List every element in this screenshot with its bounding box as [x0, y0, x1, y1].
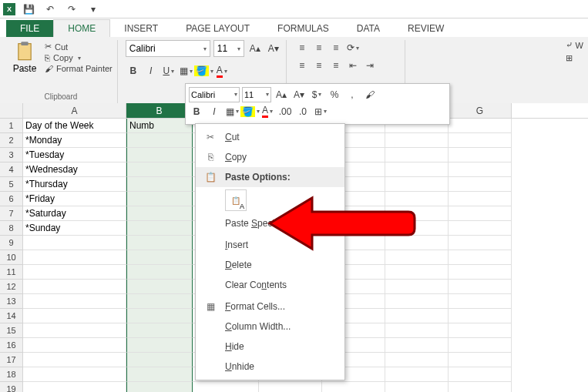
cell-F4[interactable] — [385, 162, 449, 177]
cell-B10[interactable] — [126, 250, 193, 265]
cell-B2[interactable] — [126, 133, 193, 148]
format-painter-button[interactable]: 🖌Format Painter — [45, 64, 113, 73]
row-header-9[interactable]: 9 — [0, 236, 23, 250]
row-header-14[interactable]: 14 — [0, 309, 23, 323]
cell-A14[interactable] — [23, 309, 126, 323]
cell-F6[interactable] — [385, 192, 449, 206]
cell-A19[interactable] — [23, 382, 126, 392]
cell-A10[interactable] — [23, 250, 126, 265]
cell-B12[interactable] — [126, 280, 193, 294]
ctx-insert[interactable]: Insert — [196, 235, 344, 255]
undo-button[interactable]: ↶ — [42, 2, 59, 17]
ctx-cut[interactable]: ✂Cut — [196, 127, 344, 147]
cell-A6[interactable]: *Friday — [23, 192, 126, 206]
cell-B19[interactable] — [126, 382, 193, 392]
mini-merge-button[interactable]: ⊞▾ — [313, 104, 328, 119]
italic-button[interactable]: I — [143, 63, 159, 79]
mini-bold-button[interactable]: B — [189, 104, 204, 119]
cell-B17[interactable] — [126, 353, 193, 367]
qat-customize-button[interactable]: ▾ — [85, 2, 102, 17]
cell-B3[interactable] — [126, 148, 193, 162]
row-header-12[interactable]: 12 — [0, 280, 23, 294]
cell-G17[interactable] — [449, 353, 512, 367]
mini-grow-font-button[interactable]: A▴ — [274, 87, 289, 102]
cell-A1[interactable]: Day of the Week — [23, 119, 126, 133]
row-header-4[interactable]: 4 — [0, 162, 23, 177]
cell-F2[interactable] — [385, 133, 449, 148]
ctx-clear-contents[interactable]: Clear Contents — [196, 275, 344, 295]
cell-G14[interactable] — [449, 309, 512, 323]
cell-A15[interactable] — [23, 323, 126, 338]
align-center-button[interactable]: ≡ — [311, 58, 327, 73]
ctx-format-cells[interactable]: ▦Format Cells... — [196, 297, 344, 317]
cell-A9[interactable] — [23, 236, 126, 250]
cell-G19[interactable] — [449, 382, 512, 392]
mini-percent-button[interactable]: % — [327, 87, 342, 102]
cell-G6[interactable] — [449, 192, 512, 206]
tab-page-layout[interactable]: PAGE LAYOUT — [172, 20, 264, 37]
cell-G11[interactable] — [449, 265, 512, 280]
select-all-corner[interactable] — [0, 103, 23, 118]
row-header-6[interactable]: 6 — [0, 192, 23, 206]
column-header-B[interactable]: B — [126, 103, 193, 118]
copy-button[interactable]: ⎘Copy▾ — [45, 53, 113, 62]
align-bottom-button[interactable]: ≡ — [328, 40, 344, 55]
cell-G1[interactable] — [449, 119, 512, 133]
cell-F5[interactable] — [385, 177, 449, 192]
cell-A18[interactable] — [23, 367, 126, 382]
cell-F7[interactable] — [385, 206, 449, 221]
row-header-17[interactable]: 17 — [0, 353, 23, 367]
cell-B18[interactable] — [126, 367, 193, 382]
orientation-button[interactable]: ⟳▾ — [345, 40, 361, 55]
cell-F17[interactable] — [385, 353, 449, 367]
cell-B16[interactable] — [126, 338, 193, 353]
underline-button[interactable]: U▾ — [161, 63, 176, 79]
cell-B6[interactable] — [126, 192, 193, 206]
shrink-font-button[interactable]: A▾ — [266, 41, 281, 56]
fill-color-button[interactable]: 🪣▾ — [197, 63, 212, 79]
row-header-10[interactable]: 10 — [0, 250, 23, 265]
mini-font-size-select[interactable]: 11▾ — [242, 87, 271, 102]
column-header-G[interactable]: G — [449, 103, 512, 118]
font-name-select[interactable]: Calibri▾ — [126, 40, 210, 57]
borders-button[interactable]: ▦▾ — [179, 63, 194, 79]
cell-G5[interactable] — [449, 177, 512, 192]
cell-F10[interactable] — [385, 250, 449, 265]
mini-font-color-button[interactable]: A▾ — [260, 104, 275, 119]
mini-italic-button[interactable]: I — [207, 104, 222, 119]
ctx-paste-default[interactable]: 📋A — [225, 189, 247, 211]
tab-data[interactable]: DATA — [343, 20, 394, 37]
cell-A3[interactable]: *Tuesday — [23, 148, 126, 162]
cell-F8[interactable] — [385, 221, 449, 236]
cell-A5[interactable]: *Thursday — [23, 177, 126, 192]
cell-B5[interactable] — [126, 177, 193, 192]
cell-B4[interactable] — [126, 162, 193, 177]
cell-G18[interactable] — [449, 367, 512, 382]
cell-F9[interactable] — [385, 236, 449, 250]
cell-B11[interactable] — [126, 265, 193, 280]
mini-currency-button[interactable]: $▾ — [309, 87, 324, 102]
cell-B15[interactable] — [126, 323, 193, 338]
mini-fill-color-button[interactable]: 🪣▾ — [242, 104, 257, 119]
cell-F14[interactable] — [385, 309, 449, 323]
align-top-button[interactable]: ≡ — [294, 40, 310, 55]
row-header-15[interactable]: 15 — [0, 323, 23, 338]
cell-A8[interactable]: *Sunday — [23, 221, 126, 236]
row-header-2[interactable]: 2 — [0, 133, 23, 148]
mini-shrink-font-button[interactable]: A▾ — [291, 87, 307, 102]
cell-G8[interactable] — [449, 221, 512, 236]
font-size-select[interactable]: 11▾ — [213, 40, 244, 57]
cell-G4[interactable] — [449, 162, 512, 177]
mini-format-painter-button[interactable]: 🖌 — [362, 87, 378, 102]
cell-G15[interactable] — [449, 323, 512, 338]
tab-home[interactable]: HOME — [53, 19, 110, 37]
cell-B13[interactable] — [126, 294, 193, 309]
decrease-indent-button[interactable]: ⇤ — [345, 58, 361, 73]
cell-F12[interactable] — [385, 280, 449, 294]
cell-F11[interactable] — [385, 265, 449, 280]
font-color-button[interactable]: A▾ — [214, 63, 230, 79]
cell-C19[interactable] — [193, 382, 259, 392]
cell-D19[interactable] — [259, 382, 322, 392]
cell-G2[interactable] — [449, 133, 512, 148]
align-right-button[interactable]: ≡ — [328, 58, 344, 73]
